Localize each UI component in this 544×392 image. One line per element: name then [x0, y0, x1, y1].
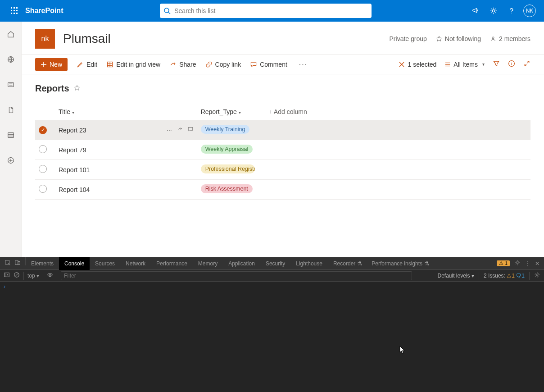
info-button[interactable]	[508, 60, 515, 68]
expand-icon	[523, 60, 530, 67]
svg-rect-8	[16, 13, 18, 14]
svg-rect-3	[11, 10, 12, 11]
log-levels-selector[interactable]: Default levels ▾	[438, 273, 474, 279]
svg-line-10	[168, 12, 170, 14]
context-label: top	[27, 273, 35, 279]
sidebar-icon	[4, 272, 10, 278]
row-title[interactable]: Report 104	[55, 180, 163, 200]
svg-point-50	[536, 274, 538, 276]
command-bar-left: New Edit Edit in grid view Share Copy li…	[35, 58, 310, 71]
rail-news[interactable]	[4, 77, 18, 92]
table-row[interactable]: Report 104Risk Assessment	[35, 180, 530, 200]
share-button[interactable]: Share	[169, 61, 196, 68]
brand-label[interactable]: SharePoint	[25, 7, 63, 15]
row-share-button[interactable]	[177, 126, 183, 134]
devtools-leading-controls	[0, 257, 25, 269]
privacy-label: Private group	[390, 35, 427, 42]
col-header-title[interactable]: Title▾	[55, 104, 163, 120]
megaphone-button[interactable]	[468, 4, 483, 18]
console-settings-button[interactable]	[534, 272, 540, 279]
edit-icon	[77, 61, 84, 68]
svg-line-40	[527, 61, 529, 63]
row-more-button[interactable]: ···	[167, 126, 172, 134]
site-title[interactable]: Plumsail	[63, 32, 111, 46]
rail-files[interactable]	[4, 103, 18, 117]
members-button[interactable]: 2 members	[490, 35, 530, 42]
console-sidebar-button[interactable]	[4, 272, 10, 279]
share-icon	[177, 126, 183, 132]
row-title[interactable]: Report 101	[55, 160, 163, 180]
site-logo[interactable]: nk	[35, 29, 55, 49]
svg-line-39	[525, 64, 526, 66]
rail-lists[interactable]	[4, 128, 18, 142]
clear-console-button[interactable]	[14, 272, 20, 279]
devtools-tab-performance[interactable]: Performance	[151, 257, 193, 270]
row-title[interactable]: Report 23	[55, 120, 163, 140]
search-box[interactable]	[160, 4, 372, 18]
svg-rect-6	[11, 13, 12, 14]
add-column-button[interactable]: +Add column	[268, 108, 527, 115]
app-launcher-button[interactable]	[4, 0, 25, 22]
selected-label: 1 selected	[408, 61, 436, 68]
expand-button[interactable]	[523, 60, 530, 68]
row-selector[interactable]	[39, 145, 47, 153]
devtools-tabbar: ElementsConsoleSourcesNetworkPerformance…	[0, 257, 544, 270]
edit-button[interactable]: Edit	[77, 61, 97, 68]
devtools-tab-elements[interactable]: Elements	[26, 257, 59, 270]
svg-rect-0	[11, 7, 12, 9]
filter-button[interactable]	[493, 60, 500, 68]
comment-button[interactable]: Comment	[250, 61, 287, 68]
svg-point-23	[492, 37, 494, 39]
devtools-tab-memory[interactable]: Memory	[193, 257, 223, 270]
devtools-tab-lighthouse[interactable]: Lighthouse	[290, 257, 328, 270]
row-title[interactable]: Report 79	[55, 140, 163, 160]
devtools-close-button[interactable]: ✕	[535, 260, 539, 267]
new-label: New	[50, 61, 62, 68]
issues-button[interactable]: 2 Issues: ⚠1 🗨1	[484, 273, 525, 279]
share-icon	[169, 61, 177, 68]
svg-rect-17	[8, 133, 14, 138]
search-input[interactable]	[174, 7, 368, 14]
row-selector[interactable]	[39, 185, 47, 193]
copy-link-button[interactable]: Copy link	[205, 61, 241, 68]
inspect-element-button[interactable]	[5, 260, 11, 267]
rail-home[interactable]	[4, 27, 18, 41]
row-selector[interactable]: ✓	[39, 126, 47, 134]
table-row[interactable]: ✓Report 23···Weekly Training	[35, 120, 530, 140]
favorite-list-button[interactable]	[74, 85, 80, 92]
chevron-down-icon: ▾	[239, 110, 241, 115]
rail-create[interactable]	[4, 153, 18, 168]
warning-badge[interactable]: ⚠ 1	[497, 260, 510, 266]
context-selector[interactable]: top ▾	[27, 273, 39, 279]
grid-view-button[interactable]: Edit in grid view	[106, 61, 160, 68]
clear-selection-button[interactable]: 1 selected	[399, 61, 436, 68]
device-toggle-button[interactable]	[14, 260, 21, 267]
table-row[interactable]: Report 79Weekly Appraisal	[35, 140, 530, 160]
col-header-type[interactable]: Report_Type▾	[197, 104, 265, 120]
devtools-tab-recorder[interactable]: Recorder⚗	[328, 257, 366, 270]
devtools-tab-console[interactable]: Console	[59, 257, 90, 270]
devtools-settings-button[interactable]	[514, 260, 521, 267]
more-commands-button[interactable]: ···	[296, 60, 310, 68]
col-type-label: Report_Type	[201, 108, 237, 115]
table-row[interactable]: Report 101Professional Registrat	[35, 160, 530, 180]
row-selector[interactable]	[39, 165, 47, 173]
help-button[interactable]	[504, 4, 519, 18]
console-output[interactable]: ›	[0, 282, 544, 392]
devtools-tab-sources[interactable]: Sources	[90, 257, 120, 270]
console-filter-input[interactable]	[61, 271, 412, 280]
follow-button[interactable]: Not following	[436, 35, 481, 42]
devtools-tab-performance-insights[interactable]: Performance insights⚗	[366, 257, 433, 270]
devtools-more-button[interactable]: ⋮	[525, 260, 530, 267]
new-button[interactable]: New	[35, 58, 68, 71]
live-expression-button[interactable]	[47, 272, 53, 279]
rail-sites[interactable]	[4, 52, 18, 67]
view-switcher-button[interactable]: All Items ▾	[444, 61, 485, 68]
account-button[interactable]: NK	[522, 4, 537, 18]
grid-icon	[106, 61, 113, 68]
devtools-tab-security[interactable]: Security	[260, 257, 290, 270]
devtools-tab-application[interactable]: Application	[223, 257, 260, 270]
settings-button[interactable]	[486, 4, 501, 18]
devtools-tab-network[interactable]: Network	[120, 257, 151, 270]
row-comment-button[interactable]	[187, 126, 194, 134]
